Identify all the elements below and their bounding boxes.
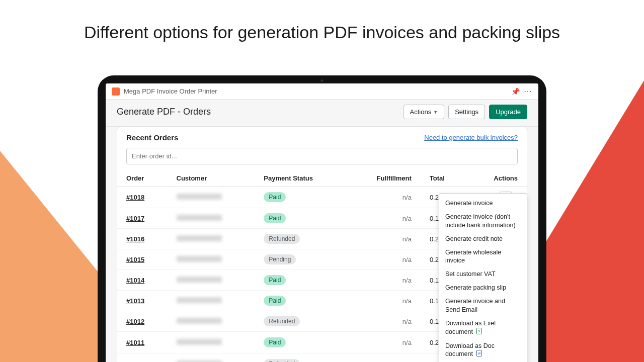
customer-cell bbox=[168, 291, 255, 311]
menu-download-doc-label: Download as Doc document bbox=[445, 342, 495, 358]
payment-status-cell: Refunded bbox=[255, 229, 347, 249]
blurred-text bbox=[177, 339, 222, 345]
card-header: Recent Orders Need to generate bulk invo… bbox=[117, 127, 527, 146]
customer-cell bbox=[168, 208, 255, 229]
customer-cell bbox=[168, 332, 255, 353]
col-payment: Payment Status bbox=[255, 169, 347, 187]
customer-cell bbox=[168, 311, 255, 332]
col-order: Order bbox=[117, 169, 168, 187]
laptop-frame: Mega PDF Invoice Order Printer 📌 ⋯ Gener… bbox=[98, 75, 546, 362]
blurred-text bbox=[177, 256, 222, 262]
word-file-icon: w bbox=[476, 350, 482, 359]
blurred-text bbox=[177, 235, 222, 241]
status-badge: Refunded bbox=[264, 316, 300, 326]
actions-button[interactable]: Actions ▼ bbox=[404, 105, 445, 119]
pin-icon[interactable]: 📌 bbox=[511, 87, 520, 96]
menu-set-vat[interactable]: Set customer VAT bbox=[439, 267, 527, 281]
excel-file-icon: x bbox=[476, 328, 482, 337]
fulfillment-cell: n/a bbox=[348, 249, 421, 270]
menu-download-doc[interactable]: Download as Doc document w bbox=[439, 339, 527, 362]
page-headline: Different options for generation PDF inv… bbox=[0, 0, 644, 42]
fulfillment-cell: n/a bbox=[348, 332, 421, 353]
menu-generate-invoice-nobank[interactable]: Generate invoice (don't include bank inf… bbox=[439, 210, 527, 232]
customer-cell bbox=[168, 270, 255, 291]
app-screen: Mega PDF Invoice Order Printer 📌 ⋯ Gener… bbox=[106, 83, 538, 362]
status-badge: Paid bbox=[264, 192, 286, 202]
svg-text:w: w bbox=[477, 351, 481, 355]
payment-status-cell: Paid bbox=[255, 291, 347, 311]
blurred-text bbox=[177, 318, 222, 324]
menu-generate-wholesale[interactable]: Generate wholesale invoice bbox=[439, 246, 527, 268]
fulfillment-cell: n/a bbox=[348, 311, 421, 332]
menu-generate-packing-slip[interactable]: Generate packing slip bbox=[439, 281, 527, 295]
payment-status-cell: Paid bbox=[255, 332, 347, 353]
settings-button[interactable]: Settings bbox=[448, 105, 485, 119]
fulfillment-cell: n/a bbox=[348, 187, 421, 208]
payment-status-cell: Refunded bbox=[255, 353, 347, 363]
app-header: Mega PDF Invoice Order Printer 📌 ⋯ bbox=[106, 83, 538, 100]
customer-cell bbox=[168, 187, 255, 208]
fulfillment-cell: n/a bbox=[348, 229, 421, 249]
card-title: Recent Orders bbox=[126, 133, 424, 142]
blurred-text bbox=[177, 360, 222, 363]
chevron-down-icon: ▼ bbox=[433, 110, 438, 115]
row-actions-dropdown: Generate invoice Generate invoice (don't… bbox=[439, 193, 527, 362]
payment-status-cell: Paid bbox=[255, 208, 347, 229]
status-badge: Paid bbox=[264, 275, 286, 285]
status-badge: Refunded bbox=[264, 359, 300, 362]
payment-status-cell: Pending bbox=[255, 249, 347, 270]
blurred-text bbox=[177, 194, 222, 200]
header-more-icon[interactable]: ⋯ bbox=[524, 86, 532, 96]
page-title: Generate PDF - Orders bbox=[117, 107, 404, 117]
col-customer: Customer bbox=[168, 169, 255, 187]
order-link[interactable]: #1013 bbox=[126, 297, 144, 305]
payment-status-cell: Refunded bbox=[255, 311, 347, 332]
app-title: Mega PDF Invoice Order Printer bbox=[124, 87, 507, 95]
customer-cell bbox=[168, 353, 255, 363]
payment-status-cell: Paid bbox=[255, 270, 347, 291]
app-logo-icon bbox=[112, 87, 120, 96]
order-link[interactable]: #1014 bbox=[126, 277, 144, 284]
status-badge: Paid bbox=[264, 213, 286, 223]
menu-generate-credit-note[interactable]: Generate credit note bbox=[439, 232, 527, 246]
blurred-text bbox=[177, 297, 222, 303]
payment-status-cell: Paid bbox=[255, 187, 347, 208]
customer-cell bbox=[168, 249, 255, 270]
blurred-text bbox=[177, 277, 222, 283]
fulfillment-cell: n/a bbox=[348, 291, 421, 311]
order-link[interactable]: #1015 bbox=[126, 256, 144, 263]
order-link[interactable]: #1012 bbox=[126, 318, 144, 325]
menu-generate-email[interactable]: Generate invoice and Send Email bbox=[439, 295, 527, 317]
fulfillment-cell: n/a bbox=[348, 208, 421, 229]
fulfillment-cell: n/a bbox=[348, 270, 421, 291]
order-link[interactable]: #1016 bbox=[126, 235, 144, 243]
blurred-text bbox=[177, 215, 222, 221]
order-link[interactable]: #1010 bbox=[126, 360, 144, 363]
bulk-invoices-link[interactable]: Need to generate bulk invoices? bbox=[424, 134, 518, 141]
actions-button-label: Actions bbox=[410, 108, 432, 116]
menu-generate-invoice[interactable]: Generate invoice bbox=[439, 197, 527, 210]
page-bar: Generate PDF - Orders Actions ▼ Settings… bbox=[106, 100, 538, 127]
col-fulfillment: Fullfillment bbox=[348, 169, 421, 187]
fulfillment-cell: n/a bbox=[348, 353, 421, 363]
status-badge: Refunded bbox=[264, 234, 300, 244]
search-wrap bbox=[117, 146, 527, 169]
status-badge: Paid bbox=[264, 337, 286, 347]
svg-text:x: x bbox=[478, 329, 480, 333]
upgrade-button[interactable]: Upgrade bbox=[489, 105, 527, 119]
status-badge: Paid bbox=[264, 296, 286, 306]
status-badge: Pending bbox=[264, 254, 296, 264]
order-link[interactable]: #1017 bbox=[126, 215, 144, 222]
customer-cell bbox=[168, 229, 255, 249]
menu-download-excel-label: Download as Exel document bbox=[445, 320, 496, 335]
order-search-input[interactable] bbox=[126, 148, 518, 164]
col-total: Total bbox=[421, 169, 485, 187]
order-link[interactable]: #1011 bbox=[126, 339, 144, 346]
order-link[interactable]: #1018 bbox=[126, 194, 144, 201]
menu-download-excel[interactable]: Download as Exel document x bbox=[439, 317, 527, 339]
camera-dot bbox=[321, 79, 324, 82]
col-actions: Actions bbox=[485, 169, 527, 187]
